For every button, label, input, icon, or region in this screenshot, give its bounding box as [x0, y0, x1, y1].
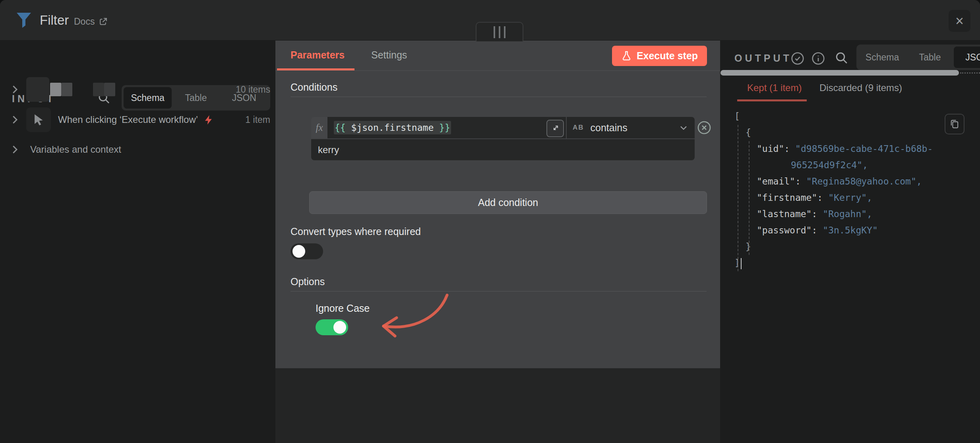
active-tab-underline: [277, 68, 354, 70]
close-icon: ×: [955, 13, 964, 29]
active-branch-underline: [737, 99, 807, 101]
condition-row-expression: fx {{ $json.firstname }} AB contains: [311, 117, 695, 138]
json-line: "uid":"d98569be-cabe-471c-b68b-: [734, 141, 957, 157]
expression-value: {{ $json.firstname }}: [334, 121, 451, 134]
fx-icon: fx: [311, 117, 327, 138]
chevron-right-icon[interactable]: [9, 144, 21, 155]
output-panel: OUTPUT Schema Table JSON Kept (1 item) D…: [720, 41, 980, 443]
operator-type-icon: AB: [573, 124, 584, 132]
variables-row-label: Variables and context: [30, 144, 121, 155]
redacted-text-block: [61, 83, 72, 96]
parameters-panel: Parameters Settings Execute step Conditi…: [275, 41, 720, 368]
horizontal-scrollbar-thumb[interactable]: [720, 70, 959, 76]
condition-value-text: kerry: [318, 144, 339, 155]
input-panel: INPUT Schema Table JSON 10 items: [0, 41, 275, 443]
json-line: "password":"3n.5kgKY": [734, 222, 957, 239]
json-line: {: [734, 124, 957, 141]
tab-kept[interactable]: Kept (1 item): [747, 82, 802, 93]
json-line: 965254d9f2c4",: [734, 157, 957, 173]
drag-handle-bar: [504, 26, 505, 38]
tree-guide-line: [749, 141, 750, 255]
chevron-right-icon[interactable]: [9, 114, 21, 126]
check-circle-icon: [790, 51, 805, 66]
redacted-node-icon: [26, 77, 49, 102]
drag-handle-bar: [499, 26, 500, 38]
redacted-text-block: [104, 83, 115, 96]
parameters-tab-bar: Parameters Settings Execute step: [275, 41, 720, 71]
item-count: 1 item: [245, 115, 270, 125]
ignore-case-label: Ignore Case: [316, 303, 370, 314]
execute-step-button[interactable]: Execute step: [612, 46, 707, 66]
condition-value-input[interactable]: kerry: [311, 138, 695, 160]
expression-input[interactable]: {{ $json.firstname }}: [327, 117, 566, 138]
divider: [291, 291, 707, 291]
json-line: }: [734, 239, 957, 255]
output-tab-table[interactable]: Table: [906, 47, 954, 68]
ignore-case-toggle[interactable]: [316, 319, 348, 335]
remove-condition-button[interactable]: [696, 120, 712, 136]
json-line: [: [734, 108, 957, 124]
node-details-view: Filter Docs × INPUT Schema Table: [0, 0, 980, 443]
horizontal-scrollbar-track: [960, 72, 980, 74]
input-node-row-trigger[interactable]: When clicking ‘Execute workflow’ 1 item: [0, 106, 275, 134]
close-button[interactable]: ×: [949, 10, 970, 32]
chevron-right-icon[interactable]: [9, 84, 21, 95]
output-view-tabs: Schema Table JSON: [856, 45, 980, 70]
input-node-row[interactable]: 10 items: [0, 76, 275, 103]
json-output-view: [ { "uid":"d98569be-cabe-471c-b68b- 9652…: [734, 108, 957, 271]
tab-parameters[interactable]: Parameters: [291, 49, 345, 61]
convert-types-label: Convert types where required: [291, 226, 421, 237]
output-panel-title: OUTPUT: [734, 52, 792, 64]
center-column: Parameters Settings Execute step Conditi…: [275, 41, 720, 443]
conditions-heading: Conditions: [291, 82, 337, 93]
toggle-knob: [333, 321, 346, 334]
divider: [291, 97, 707, 97]
lightning-icon: [203, 115, 214, 125]
json-line: "firstname":"Kerry",: [734, 190, 957, 206]
output-tab-json[interactable]: JSON: [954, 47, 980, 68]
input-variables-row[interactable]: Variables and context: [0, 138, 275, 161]
cursor-icon: [26, 107, 51, 132]
docs-link-label: Docs: [74, 16, 95, 27]
add-condition-button[interactable]: Add condition: [309, 191, 707, 214]
convert-types-toggle[interactable]: [291, 243, 323, 259]
drag-handle-bar: [494, 26, 495, 38]
add-condition-label: Add condition: [478, 197, 538, 208]
output-tab-schema[interactable]: Schema: [858, 47, 906, 68]
output-search-icon[interactable]: [835, 51, 850, 66]
operator-dropdown[interactable]: AB contains: [566, 117, 695, 138]
toggle-knob: [292, 245, 305, 258]
item-count: 10 items: [236, 84, 270, 95]
json-line: ]: [734, 255, 957, 271]
condition-card: fx {{ $json.firstname }} AB contains: [311, 117, 695, 159]
chevron-down-icon: [678, 122, 689, 133]
docs-link[interactable]: Docs: [74, 16, 108, 27]
execute-step-label: Execute step: [637, 50, 698, 62]
json-line: "email":"Regina58@yahoo.com",: [734, 173, 957, 190]
json-line: "lastname":"Rogahn",: [734, 206, 957, 222]
node-title: Filter: [40, 13, 69, 28]
info-circle-icon[interactable]: [811, 51, 826, 66]
flask-icon: [621, 51, 632, 61]
redacted-text-block: [93, 83, 104, 96]
text-cursor: [741, 258, 742, 269]
tab-discarded[interactable]: Discarded (9 items): [819, 82, 902, 93]
trigger-node-label: When clicking ‘Execute workflow’: [58, 114, 198, 125]
external-link-icon: [98, 17, 108, 27]
redacted-text-block: [50, 83, 61, 96]
operator-value: contains: [591, 122, 628, 134]
tab-settings[interactable]: Settings: [371, 49, 407, 61]
open-expression-editor-button[interactable]: [546, 120, 564, 137]
options-heading: Options: [291, 276, 325, 288]
panel-drag-handle[interactable]: [476, 22, 523, 41]
filter-node-icon: [14, 10, 33, 30]
tree-guide-line: [738, 125, 738, 271]
